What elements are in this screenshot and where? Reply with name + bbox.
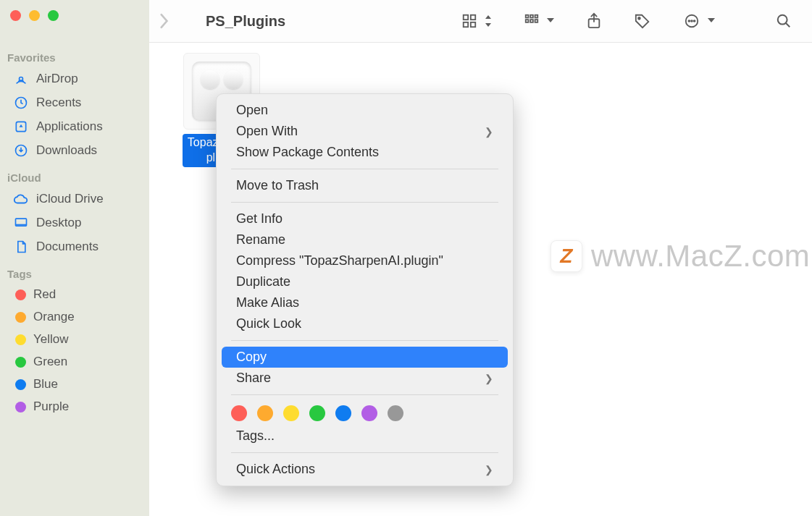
svg-rect-5 bbox=[464, 15, 468, 20]
menu-move-to-trash[interactable]: Move to Trash bbox=[222, 175, 508, 196]
svg-point-16 bbox=[638, 17, 640, 20]
sidebar-tag-orange[interactable]: Orange bbox=[4, 306, 145, 328]
menu-make-alias[interactable]: Make Alias bbox=[222, 292, 508, 313]
sidebar-tag-blue[interactable]: Blue bbox=[4, 373, 145, 395]
svg-point-18 bbox=[688, 20, 690, 22]
sidebar-tag-red[interactable]: Red bbox=[4, 284, 145, 305]
group-by-button[interactable] bbox=[524, 13, 554, 29]
svg-rect-12 bbox=[526, 20, 529, 22]
forward-button[interactable] bbox=[158, 13, 169, 29]
menu-copy[interactable]: Copy bbox=[222, 347, 508, 368]
sidebar-item-label: Red bbox=[33, 287, 56, 302]
menu-duplicate[interactable]: Duplicate bbox=[222, 271, 508, 292]
sidebar-item-label: Green bbox=[33, 355, 67, 369]
chevron-right-icon: ❯ bbox=[485, 373, 493, 384]
menu-rename[interactable]: Rename bbox=[222, 229, 508, 250]
tag-color-purple[interactable] bbox=[361, 405, 377, 421]
svg-rect-9 bbox=[526, 15, 529, 18]
menu-open-with[interactable]: Open With❯ bbox=[222, 121, 508, 142]
menu-separator bbox=[231, 452, 498, 453]
menu-open[interactable]: Open bbox=[222, 100, 508, 121]
menu-quick-look[interactable]: Quick Look bbox=[222, 313, 508, 334]
tag-color-yellow[interactable] bbox=[283, 405, 299, 421]
menu-tag-colors-row bbox=[217, 401, 513, 426]
svg-rect-13 bbox=[530, 20, 533, 22]
sidebar-item-desktop[interactable]: Desktop bbox=[4, 211, 145, 234]
window-minimize-button[interactable] bbox=[29, 10, 40, 21]
sidebar-item-airdrop[interactable]: AirDrop bbox=[4, 67, 145, 90]
menu-get-info[interactable]: Get Info bbox=[222, 208, 508, 229]
sidebar-item-label: AirDrop bbox=[36, 72, 78, 86]
menu-quick-actions[interactable]: Quick Actions❯ bbox=[222, 459, 508, 480]
doc-icon bbox=[13, 239, 29, 255]
clock-icon bbox=[13, 95, 29, 111]
svg-rect-8 bbox=[471, 22, 475, 27]
action-menu-button[interactable] bbox=[683, 13, 715, 29]
tag-dot-icon bbox=[15, 357, 26, 368]
menu-separator bbox=[231, 202, 498, 203]
svg-rect-7 bbox=[464, 22, 468, 27]
sidebar-item-applications[interactable]: Applications bbox=[4, 115, 145, 138]
sidebar: Favorites AirDrop Recents Applications D… bbox=[0, 0, 149, 516]
tag-dot-icon bbox=[15, 289, 26, 300]
sidebar-item-label: Blue bbox=[33, 377, 58, 392]
svg-rect-14 bbox=[535, 20, 538, 22]
sidebar-tag-green[interactable]: Green bbox=[4, 351, 145, 373]
sidebar-group-tags: Tags bbox=[0, 259, 149, 283]
sidebar-tag-purple[interactable]: Purple bbox=[4, 396, 145, 418]
tags-button[interactable] bbox=[634, 13, 651, 29]
sidebar-item-downloads[interactable]: Downloads bbox=[4, 139, 145, 162]
sidebar-item-label: Recents bbox=[36, 96, 81, 110]
cloud-icon bbox=[13, 191, 29, 207]
tag-dot-icon bbox=[15, 334, 26, 345]
share-button[interactable] bbox=[586, 12, 602, 30]
airdrop-icon bbox=[13, 71, 29, 87]
tag-color-orange[interactable] bbox=[257, 405, 273, 421]
svg-rect-11 bbox=[535, 15, 538, 18]
svg-rect-10 bbox=[530, 15, 533, 18]
sidebar-group-icloud: iCloud bbox=[0, 163, 149, 187]
sidebar-item-label: Documents bbox=[36, 240, 99, 254]
sidebar-item-label: iCloud Drive bbox=[36, 192, 104, 206]
sidebar-item-recents[interactable]: Recents bbox=[4, 91, 145, 114]
menu-compress[interactable]: Compress "TopazSharpenAI.plugin" bbox=[222, 250, 508, 271]
tag-dot-icon bbox=[15, 312, 26, 323]
svg-point-21 bbox=[778, 15, 787, 25]
context-menu: Open Open With❯ Show Package Contents Mo… bbox=[216, 93, 514, 486]
menu-separator bbox=[231, 394, 498, 395]
sidebar-item-label: Purple bbox=[33, 399, 69, 414]
sidebar-item-label: Applications bbox=[36, 119, 103, 134]
menu-share[interactable]: Share❯ bbox=[222, 368, 508, 389]
menu-separator bbox=[231, 340, 498, 341]
app-icon bbox=[13, 119, 29, 135]
download-icon bbox=[13, 143, 29, 158]
search-button[interactable] bbox=[776, 13, 792, 29]
window-maximize-button[interactable] bbox=[48, 10, 59, 21]
view-as-icons-button[interactable] bbox=[461, 13, 492, 29]
sidebar-item-label: Desktop bbox=[36, 216, 81, 230]
menu-tags[interactable]: Tags... bbox=[222, 426, 508, 447]
svg-point-19 bbox=[691, 20, 692, 22]
sidebar-item-label: Orange bbox=[33, 310, 75, 324]
window-close-button[interactable] bbox=[10, 10, 21, 21]
sidebar-item-label: Yellow bbox=[33, 332, 69, 347]
tag-color-blue[interactable] bbox=[335, 405, 351, 421]
sidebar-tag-yellow[interactable]: Yellow bbox=[4, 329, 145, 350]
svg-point-20 bbox=[694, 20, 695, 22]
sidebar-item-label: Downloads bbox=[36, 143, 97, 158]
tag-dot-icon bbox=[15, 402, 26, 413]
tag-color-green[interactable] bbox=[309, 405, 325, 421]
svg-rect-6 bbox=[471, 15, 475, 20]
sidebar-item-icloud-drive[interactable]: iCloud Drive bbox=[4, 187, 145, 211]
sidebar-group-favorites: Favorites bbox=[0, 43, 149, 67]
window-title: PS_Plugins bbox=[206, 13, 285, 30]
chevron-right-icon: ❯ bbox=[485, 464, 493, 475]
tag-color-red[interactable] bbox=[231, 405, 247, 421]
sidebar-item-documents[interactable]: Documents bbox=[4, 235, 145, 258]
tag-color-gray[interactable] bbox=[388, 405, 403, 421]
tag-dot-icon bbox=[15, 379, 26, 390]
menu-separator bbox=[231, 169, 498, 169]
chevron-right-icon: ❯ bbox=[485, 126, 493, 138]
desktop-icon bbox=[13, 215, 29, 231]
menu-show-package-contents[interactable]: Show Package Contents bbox=[222, 142, 508, 163]
